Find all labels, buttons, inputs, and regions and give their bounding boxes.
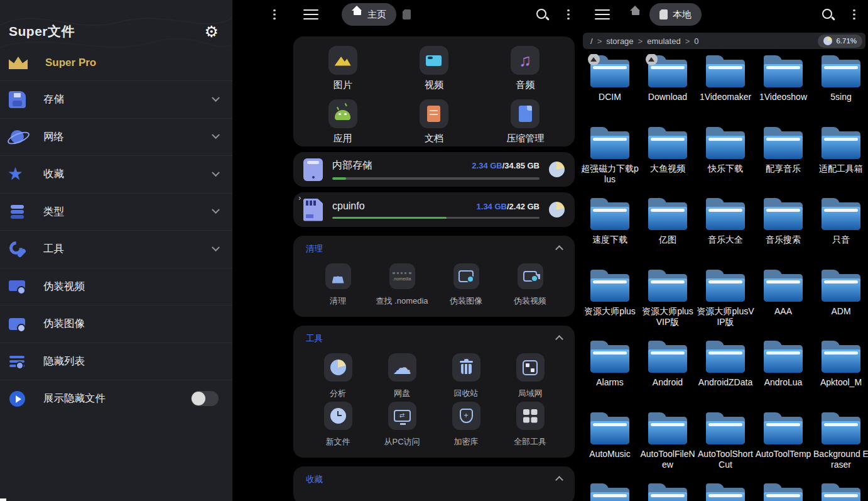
sidebar-item[interactable]: 收藏 <box>0 155 232 193</box>
tool-item[interactable]: 回收站 <box>434 353 498 399</box>
folder-item[interactable]: 配享音乐 <box>754 127 812 199</box>
folder-name: 资源大师plus <box>581 306 639 317</box>
category-item[interactable]: 文档 <box>388 99 479 147</box>
sidebar-item[interactable]: 隐藏列表 <box>0 343 232 380</box>
folder-item[interactable] <box>754 483 812 501</box>
folder-item[interactable]: Alarms <box>581 341 639 412</box>
category-label: 文档 <box>425 133 443 145</box>
folder-item[interactable]: AAA <box>754 270 812 341</box>
folder-item[interactable]: 快乐下载 <box>697 127 754 199</box>
category-item[interactable]: 图片 <box>297 46 388 94</box>
overflow-kebab-icon[interactable] <box>853 9 855 20</box>
clean-tool-item[interactable]: .nomedia 查找 .nomedia <box>370 263 434 307</box>
tool-item[interactable]: 局域网 <box>498 353 562 399</box>
folder-item[interactable]: AutoMusic <box>581 412 639 484</box>
tab-local-mini-icon[interactable] <box>403 9 411 19</box>
category-label: 图片 <box>334 79 352 91</box>
category-item[interactable]: 视频 <box>388 46 479 94</box>
tool-item[interactable]: 分析 <box>306 353 370 399</box>
pie-chart-icon[interactable] <box>549 202 565 217</box>
folder-item[interactable]: 适配工具箱 <box>812 127 868 199</box>
storage-card[interactable]: › cpuinfo 1.34 GB/2.42 GB <box>293 192 575 227</box>
folder-item[interactable]: 大鱼视频 <box>639 127 697 199</box>
tool-item[interactable]: 全部工具 <box>498 402 562 448</box>
panel-kebab-icon[interactable] <box>273 9 276 20</box>
tool-item[interactable]: 新文件 <box>306 402 370 448</box>
category-item[interactable]: 音频 <box>480 46 571 94</box>
breadcrumb-segment[interactable]: storage <box>606 36 633 46</box>
folder-item[interactable] <box>639 483 697 501</box>
sidebar-item[interactable]: 伪装视频 <box>0 268 232 306</box>
storage-card[interactable]: 内部存储 2.34 GB/34.85 GB <box>293 152 575 187</box>
sidebar-item[interactable]: 伪装图像 <box>0 305 232 343</box>
show-hidden-toggle[interactable] <box>191 391 219 406</box>
home-scroll-area[interactable]: 图片 视频 音频 应用 <box>293 29 575 501</box>
sidebar-item[interactable]: 类型 <box>0 193 232 231</box>
collapse-chevron-icon[interactable] <box>555 476 563 484</box>
expand-chevron-icon[interactable]: › <box>298 193 301 202</box>
breadcrumb-root[interactable]: / <box>590 36 593 46</box>
folder-item[interactable] <box>812 483 868 501</box>
sidebar-item[interactable]: 网络 <box>0 118 232 156</box>
folder-item[interactable]: DCIM <box>581 55 639 127</box>
home-tab-icon[interactable] <box>630 10 641 19</box>
settings-gear-icon[interactable]: ⚙ <box>205 24 219 40</box>
folder-item[interactable] <box>581 483 639 501</box>
folder-item[interactable]: Download <box>639 55 697 127</box>
folder-item[interactable]: 音乐大全 <box>697 198 754 270</box>
tool-item[interactable]: 从PC访问 <box>370 402 434 448</box>
folder-item[interactable]: AndroidZData <box>697 341 754 412</box>
clean-tool-item[interactable]: 伪装图像 <box>434 263 498 307</box>
folder-item[interactable]: ADM <box>812 270 868 341</box>
overflow-kebab-icon[interactable] <box>567 9 570 20</box>
pie-chart-icon[interactable] <box>549 162 565 177</box>
tab-home[interactable]: 主页 <box>342 3 396 26</box>
usage-badge[interactable]: 6.71% <box>818 35 862 48</box>
collapse-chevron-icon[interactable] <box>555 335 563 343</box>
folder-item[interactable]: 音乐搜索 <box>754 198 812 270</box>
folder-item[interactable]: 只音 <box>812 198 868 270</box>
folder-item[interactable]: 资源大师plus <box>581 270 639 341</box>
folder-item[interactable]: AutoToolFileNew <box>639 412 697 484</box>
clean-tool-label: 清理 <box>330 295 346 307</box>
folder-item[interactable]: 5sing <box>812 55 868 127</box>
clean-tool-item[interactable]: 伪装视频 <box>498 263 562 307</box>
breadcrumb-segment[interactable]: 0 <box>694 36 698 46</box>
sidebar-item[interactable]: 存储 <box>0 80 232 118</box>
folder-item[interactable] <box>697 483 754 501</box>
sidebar-item[interactable]: 工具 <box>0 230 232 268</box>
search-icon[interactable] <box>536 8 548 21</box>
folder-item[interactable]: 1Videoshow <box>754 55 812 127</box>
search-icon[interactable] <box>822 8 834 21</box>
chevron-down-icon <box>212 94 220 102</box>
folder-item[interactable]: AutoToolTemp <box>754 412 812 484</box>
folder-item[interactable]: 速度下载 <box>581 198 639 270</box>
folder-item[interactable]: AutoToolShortCut <box>697 412 754 484</box>
tab-local[interactable]: 本地 <box>649 3 702 26</box>
folder-item[interactable]: 超强磁力下载plus <box>581 127 639 199</box>
folder-item[interactable]: AndroLua <box>754 341 812 412</box>
folder-item[interactable]: Apktool_M <box>812 341 868 412</box>
tool-icon <box>388 402 416 430</box>
menu-burger-icon[interactable] <box>303 9 318 20</box>
home-icon <box>352 10 362 19</box>
breadcrumb-separator: > <box>597 36 602 46</box>
collapse-chevron-icon[interactable] <box>555 245 563 253</box>
tool-item[interactable]: 网盘 <box>370 353 434 399</box>
clean-tool-item[interactable]: 清理 <box>306 263 370 307</box>
folder-item[interactable]: Android <box>639 341 697 412</box>
category-icon <box>511 99 540 128</box>
category-item[interactable]: 应用 <box>297 99 388 147</box>
folder-item[interactable]: 1Videomaker <box>697 55 754 127</box>
category-item[interactable]: 压缩管理 <box>480 99 571 147</box>
folder-item[interactable]: 资源大师plusVIP版 <box>697 270 754 341</box>
tool-label: 全部工具 <box>514 436 546 448</box>
menu-burger-icon[interactable] <box>595 9 610 20</box>
sidebar-menu: 存储 网络 收藏 类型 <box>0 80 232 380</box>
tool-item[interactable]: 加密库 <box>434 402 498 448</box>
breadcrumb-segment[interactable]: emulated <box>647 36 680 46</box>
folder-item[interactable]: 亿图 <box>639 198 697 270</box>
breadcrumb-separator: > <box>638 36 643 46</box>
folder-item[interactable]: 资源大师plus VIP版 <box>639 270 697 341</box>
folder-item[interactable]: Background Eraser <box>812 412 868 484</box>
